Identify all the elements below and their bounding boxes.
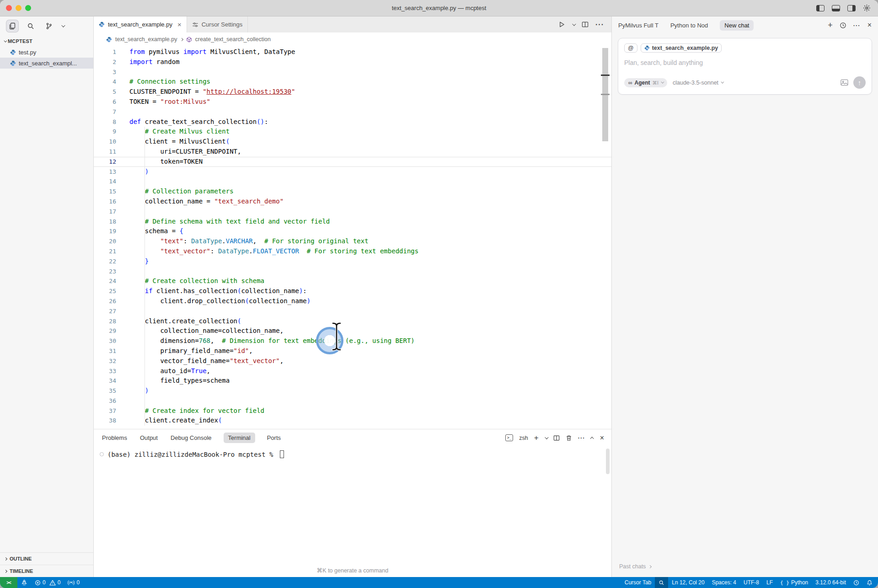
code-line-16[interactable]: 16 collection_name = "text_search_demo" (94, 197, 611, 207)
code-line-37[interactable]: 37 # Create index for vector field (94, 406, 611, 416)
run-options-chevron-icon[interactable] (572, 22, 576, 26)
feedback-icon[interactable] (850, 577, 863, 588)
python-version-status[interactable]: 3.12.0 64-bit (812, 577, 850, 588)
code-line-31[interactable]: 31 primary_field_name="id", (94, 346, 611, 356)
code-line-11[interactable]: 11 uri=CLUSTER_ENDPOINT, (94, 147, 611, 157)
code-line-6[interactable]: 6TOKEN = "root:Milvus" (94, 97, 611, 107)
terminal-scrollbar[interactable] (606, 449, 610, 474)
more-views-chevron-icon[interactable] (61, 23, 65, 27)
explorer-view-icon[interactable] (6, 20, 18, 32)
code-line-9[interactable]: 9 # Create Milvus client (94, 127, 611, 137)
panel-tab-problems[interactable]: Problems (101, 433, 128, 443)
file-item-test-py[interactable]: test.py (0, 47, 93, 58)
code-line-13[interactable]: 13 ) (94, 167, 611, 177)
minimize-window-button[interactable] (16, 5, 21, 11)
context-file-chip[interactable]: text_search_example.py (641, 43, 722, 53)
breadcrumb-symbol[interactable]: create_text_search_collection (195, 36, 271, 43)
timeline-section[interactable]: TIMELINE (0, 565, 93, 577)
chat-input-card[interactable]: @ text_search_example.py Plan, search, b… (618, 38, 872, 95)
terminal-content[interactable]: (base) zilliz@zillizdeMacBook-Pro mcptes… (94, 446, 611, 458)
language-mode-status[interactable]: { } Python (776, 577, 812, 588)
tab-text-search-example[interactable]: text_search_example.py × (94, 16, 187, 32)
add-context-button[interactable]: @ (624, 43, 637, 53)
split-terminal-icon[interactable] (553, 435, 560, 441)
panel-tab-debug-console[interactable]: Debug Console (170, 433, 213, 443)
code-line-4[interactable]: 4# Connection settings (94, 77, 611, 87)
shell-name[interactable]: zsh (519, 435, 528, 441)
file-item-text-search-example[interactable]: text_search_exampl... (0, 58, 93, 69)
code-line-33[interactable]: 33 auto_id=True, (94, 366, 611, 376)
code-line-18[interactable]: 18 # Define schema with text field and v… (94, 217, 611, 227)
code-line-36[interactable]: 36 (94, 396, 611, 406)
source-control-icon[interactable] (43, 20, 55, 32)
code-line-3[interactable]: 3 (94, 67, 611, 77)
send-message-button[interactable]: ↑ (853, 76, 866, 89)
past-chats-link[interactable]: Past chats (612, 563, 878, 577)
split-editor-icon[interactable] (582, 21, 589, 28)
outline-section[interactable]: OUTLINE (0, 552, 93, 565)
code-line-25[interactable]: 25 if client.has_collection(collection_n… (94, 286, 611, 296)
chat-tab-python-to-node[interactable]: Python to Nod (670, 22, 708, 29)
eol-status[interactable]: LF (763, 577, 776, 588)
screencast-magnifier-icon[interactable] (655, 577, 668, 588)
code-line-12[interactable]: 12 token=TOKEN (94, 157, 611, 167)
maximize-window-button[interactable] (25, 5, 31, 11)
code-line-22[interactable]: 22 } (94, 257, 611, 267)
close-window-button[interactable] (6, 5, 12, 11)
code-line-30[interactable]: 30 dimension=768, # Dimension for text e… (94, 336, 611, 346)
code-line-1[interactable]: 1from pymilvus import MilvusClient, Data… (94, 47, 611, 57)
close-tab-icon[interactable]: × (177, 21, 182, 28)
problems-status[interactable]: 0 0 (31, 577, 64, 588)
close-chat-icon[interactable]: × (867, 21, 872, 29)
code-line-7[interactable]: 7 (94, 107, 611, 117)
panel-tab-terminal[interactable]: Terminal (224, 433, 255, 443)
search-icon[interactable] (25, 20, 37, 32)
explorer-root-folder[interactable]: MCPTEST (0, 36, 93, 47)
run-python-icon[interactable] (558, 21, 565, 28)
panel-more-actions-icon[interactable]: ··· (578, 434, 585, 441)
close-panel-icon[interactable]: × (600, 434, 604, 442)
toggle-panel-icon[interactable] (832, 5, 840, 11)
indentation-status[interactable]: Spaces: 4 (708, 577, 740, 588)
cursor-position-status[interactable]: Ln 12, Col 20 (668, 577, 708, 588)
settings-gear-icon[interactable] (863, 4, 871, 12)
chat-more-actions-icon[interactable]: ··· (853, 22, 861, 29)
code-line-35[interactable]: 35 ) (94, 386, 611, 396)
code-line-24[interactable]: 24 # Create collection with schema (94, 276, 611, 286)
kill-terminal-trash-icon[interactable] (566, 435, 572, 441)
code-line-15[interactable]: 15 # Collection parameters (94, 187, 611, 197)
code-line-20[interactable]: 20 "text": DataType.VARCHAR, # For stori… (94, 236, 611, 246)
model-selector[interactable]: claude-3.5-sonnet (673, 80, 723, 86)
code-line-14[interactable]: 14 (94, 176, 611, 187)
chat-tab-new-chat[interactable]: New chat (720, 20, 754, 31)
code-line-8[interactable]: 8def create_text_search_collection(): (94, 117, 611, 127)
chat-tab-pymilvus[interactable]: PyMilvus Full T (618, 22, 658, 29)
toggle-sidebar-icon[interactable] (816, 5, 824, 11)
breadcrumb-file[interactable]: text_search_example.py (115, 36, 177, 43)
attach-image-icon[interactable] (841, 79, 848, 86)
cursor-tab-status[interactable]: Cursor Tab (621, 577, 655, 588)
cursor-rocket-icon[interactable] (17, 577, 31, 588)
ports-status[interactable]: 0 (64, 577, 83, 588)
panel-tab-output[interactable]: Output (139, 433, 159, 443)
agent-mode-selector[interactable]: ∞ Agent ⌘I (624, 78, 667, 87)
code-line-19[interactable]: 19 schema = { (94, 226, 611, 236)
code-line-10[interactable]: 10 client = MilvusClient( (94, 137, 611, 147)
code-line-23[interactable]: 23 (94, 267, 611, 277)
more-actions-icon[interactable]: ··· (595, 21, 604, 29)
code-line-29[interactable]: 29 collection_name=collection_name, (94, 326, 611, 336)
terminal-profiles-chevron-icon[interactable] (545, 435, 548, 439)
new-terminal-icon[interactable]: + (534, 433, 539, 443)
chat-input-placeholder[interactable]: Plan, search, build anything (624, 59, 866, 66)
remote-indicator[interactable]: >< (0, 577, 17, 588)
panel-tab-ports[interactable]: Ports (266, 433, 282, 443)
toggle-secondary-sidebar-icon[interactable] (847, 5, 856, 11)
code-line-27[interactable]: 27 (94, 306, 611, 316)
code-line-32[interactable]: 32 vector_field_name="text_vector", (94, 356, 611, 366)
code-line-21[interactable]: 21 "text_vector": DataType.FLOAT_VECTOR … (94, 246, 611, 257)
new-chat-plus-icon[interactable]: + (828, 21, 833, 30)
code-editor[interactable]: 1from pymilvus import MilvusClient, Data… (94, 46, 611, 429)
code-line-28[interactable]: 28 client.create_collection( (94, 316, 611, 326)
chat-history-clock-icon[interactable] (840, 22, 846, 29)
encoding-status[interactable]: UTF-8 (740, 577, 763, 588)
